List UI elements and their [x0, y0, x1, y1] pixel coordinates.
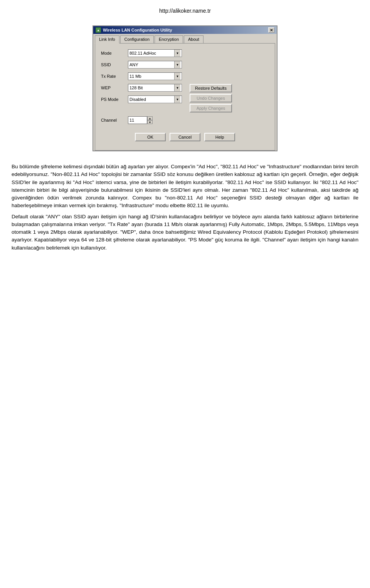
- dialog-bottom-buttons: OK Cancel Help: [101, 130, 269, 144]
- tab-about[interactable]: About: [184, 35, 204, 43]
- dialog-wrapper: ▲ Wireless LAN Configuration Utility ✕ L…: [12, 25, 358, 151]
- ssid-control: ANY ▼: [128, 61, 182, 69]
- dialog-tabs: Link Info Configuration Encryption About: [93, 34, 277, 43]
- dialog-window: ▲ Wireless LAN Configuration Utility ✕ L…: [92, 25, 278, 151]
- body-paragraph-2: Default olarak "ANY" olan SSID ayarı ile…: [12, 213, 358, 252]
- psmode-label: PS Mode: [101, 97, 128, 102]
- help-button[interactable]: Help: [204, 133, 235, 141]
- site-url: http://alikoker.name.tr: [12, 8, 358, 14]
- body-paragraph-1: Bu bölümde şifreleme kelimesi dışındaki …: [12, 163, 358, 210]
- ssid-row: SSID ANY ▼: [101, 61, 269, 69]
- tab-link-info[interactable]: Link Info: [95, 35, 119, 44]
- cancel-button[interactable]: Cancel: [170, 133, 200, 141]
- body-text: Bu bölümde şifreleme kelimesi dışındaki …: [12, 163, 358, 252]
- wep-control: 128 Bit ▼: [128, 84, 182, 92]
- mode-control: 802.11 AdHoc ▼: [128, 49, 182, 57]
- right-buttons-group: Restore Defaults Undo Changes Apply Chan…: [190, 84, 232, 112]
- wep-label: WEP: [101, 85, 128, 90]
- url-text: http://alikoker.name.tr: [159, 8, 211, 14]
- undo-changes-button[interactable]: Undo Changes: [190, 94, 232, 102]
- channel-label: Channel: [101, 118, 128, 122]
- ssid-select-arrow: ▼: [174, 61, 180, 68]
- txrate-select-arrow: ▼: [174, 73, 180, 80]
- channel-spin-up[interactable]: ▲: [147, 116, 153, 120]
- close-button[interactable]: ✕: [268, 27, 274, 33]
- titlebar-left: ▲ Wireless LAN Configuration Utility: [96, 27, 172, 33]
- wep-row: WEP 128 Bit ▼ PS Mode: [101, 84, 269, 112]
- wep-select-arrow: ▼: [174, 84, 180, 91]
- channel-spin-down[interactable]: ▼: [147, 120, 153, 124]
- mode-select[interactable]: 802.11 AdHoc ▼: [128, 49, 182, 57]
- tab-configuration[interactable]: Configuration: [120, 35, 154, 43]
- apply-changes-button[interactable]: Apply Changes: [190, 104, 232, 112]
- ok-button[interactable]: OK: [135, 133, 166, 141]
- txrate-select[interactable]: 11 Mb ▼: [128, 72, 182, 80]
- restore-defaults-button[interactable]: Restore Defaults: [190, 84, 232, 92]
- txrate-row: Tx Rate 11 Mb ▼: [101, 72, 269, 80]
- txrate-label: Tx Rate: [101, 74, 128, 79]
- ssid-select[interactable]: ANY ▼: [128, 61, 182, 69]
- wep-select[interactable]: 128 Bit ▼: [128, 84, 182, 92]
- dialog-titlebar: ▲ Wireless LAN Configuration Utility ✕: [93, 26, 277, 34]
- dialog-title: Wireless LAN Configuration Utility: [103, 28, 172, 32]
- app-icon: ▲: [96, 27, 101, 33]
- mode-select-arrow: ▼: [174, 50, 180, 57]
- psmode-select[interactable]: Disabled ▼: [128, 95, 182, 103]
- ssid-label: SSID: [101, 62, 128, 67]
- txrate-control: 11 Mb ▼: [128, 72, 182, 80]
- psmode-select-arrow: ▼: [174, 96, 180, 103]
- psmode-control: Disabled ▼: [128, 95, 182, 103]
- mode-row: Mode 802.11 AdHoc ▼: [101, 49, 269, 57]
- channel-row: Channel 11 ▲ ▼: [101, 116, 269, 124]
- channel-control: 11 ▲ ▼: [128, 116, 153, 124]
- dialog-content: Mode 802.11 AdHoc ▼ SSID ANY ▼: [95, 43, 275, 151]
- mode-label: Mode: [101, 51, 128, 55]
- channel-spinbox[interactable]: 11: [128, 116, 147, 124]
- tab-encryption[interactable]: Encryption: [155, 35, 183, 43]
- channel-spinbox-buttons: ▲ ▼: [147, 116, 153, 124]
